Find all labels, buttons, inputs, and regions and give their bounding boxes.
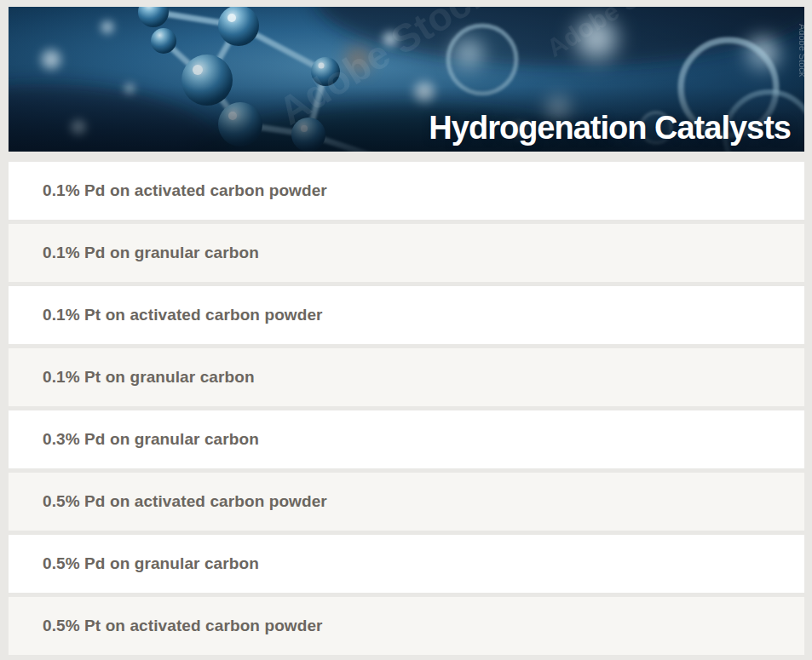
list-item[interactable]: 0.5% Pd on activated carbon powder: [9, 473, 804, 531]
list-item-label: 0.1% Pt on activated carbon powder: [43, 306, 323, 324]
page-title: Hydrogenation Catalysts: [429, 110, 791, 146]
list-item[interactable]: 0.1% Pt on granular carbon: [9, 348, 804, 406]
list-item[interactable]: 0.1% Pd on activated carbon powder: [9, 162, 804, 220]
watermark-text-vertical: Adobe Stock: [798, 24, 804, 77]
list-item-label: 0.5% Pt on activated carbon powder: [43, 617, 323, 635]
list-item-label: 0.1% Pd on activated carbon powder: [43, 181, 327, 200]
list-item-label: 0.5% Pd on granular carbon: [43, 554, 259, 573]
list-item[interactable]: 0.1% Pd on granular carbon: [9, 224, 804, 282]
list-item[interactable]: 0.3% Pd on granular carbon: [9, 410, 804, 468]
list-item[interactable]: 0.5% Pd on granular carbon: [9, 535, 804, 593]
catalyst-list: 0.1% Pd on activated carbon powder 0.1% …: [9, 162, 804, 655]
list-item[interactable]: 0.5% Pt on activated carbon powder: [9, 597, 804, 655]
list-item-label: 0.5% Pd on activated carbon powder: [43, 492, 327, 511]
list-item-label: 0.3% Pd on granular carbon: [43, 430, 259, 449]
banner: Adobe Stock Adobe Stock Adobe Stock Hydr…: [9, 7, 804, 152]
list-item-label: 0.1% Pt on granular carbon: [43, 368, 255, 387]
list-item[interactable]: 0.1% Pt on activated carbon powder: [9, 286, 804, 344]
list-item-label: 0.1% Pd on granular carbon: [43, 244, 259, 262]
